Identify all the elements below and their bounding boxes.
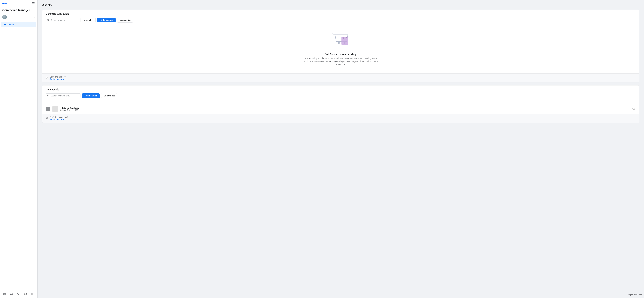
empty-state-title: Sell from a customized shop bbox=[325, 53, 356, 56]
svg-rect-10 bbox=[32, 293, 33, 294]
svg-rect-13 bbox=[33, 294, 34, 295]
catalogs-section: Catalogs i + Add catalog Manage list bbox=[42, 85, 639, 104]
empty-state-description: To start selling your items on Facebook … bbox=[303, 57, 378, 66]
catalog-info: - Catalog_Products Catalog ID: 2••••••••… bbox=[60, 107, 630, 111]
hamburger-button[interactable] bbox=[31, 2, 35, 5]
svg-point-7 bbox=[18, 293, 19, 295]
svg-point-5 bbox=[4, 24, 4, 25]
commerce-accounts-section: Commerce Accounts i View all Active Inac… bbox=[42, 10, 639, 73]
svg-text:Meta: Meta bbox=[2, 2, 6, 4]
search-button[interactable] bbox=[16, 292, 21, 296]
sidebar-footer bbox=[0, 290, 38, 298]
svg-rect-11 bbox=[33, 293, 34, 294]
table-view-button[interactable] bbox=[30, 292, 35, 296]
svg-rect-12 bbox=[32, 294, 33, 295]
empty-state: Sell from a customized shop To start sel… bbox=[46, 25, 636, 71]
chevron-down-icon: ▾ bbox=[34, 16, 35, 18]
search-icon bbox=[47, 95, 49, 97]
catalog-name: - Catalog_Products bbox=[60, 107, 630, 109]
catalogs-hint-content: Can't find a catalog? Switch account bbox=[50, 116, 68, 121]
add-account-button[interactable]: + Add account bbox=[97, 18, 116, 22]
commerce-accounts-title: Commerce Accounts i bbox=[46, 13, 636, 15]
catalogs-toolbar: + Add catalog Manage list bbox=[46, 93, 636, 98]
hint-content: Can't find a shop? Switch account bbox=[50, 76, 66, 80]
bell-icon bbox=[10, 293, 13, 296]
sidebar: Meta Commerce Manager •••••• ▾ bbox=[0, 0, 38, 298]
switch-account-link[interactable]: Switch account bbox=[50, 78, 66, 80]
manage-list-button[interactable]: Manage list bbox=[117, 18, 133, 22]
commerce-accounts-search-input[interactable] bbox=[46, 18, 80, 22]
svg-point-9 bbox=[25, 295, 26, 295]
svg-rect-17 bbox=[342, 37, 348, 45]
settings-icon bbox=[3, 293, 6, 296]
catalogs-title: Catalogs i bbox=[46, 88, 636, 91]
commerce-accounts-info-icon[interactable]: i bbox=[70, 13, 72, 15]
catalogs-search-wrap bbox=[46, 93, 80, 98]
catalogs-manage-list-button[interactable]: Manage list bbox=[101, 93, 117, 98]
sidebar-nav: Assets bbox=[0, 20, 38, 290]
catalogs-hint-text: Can't find a catalog? bbox=[50, 116, 68, 118]
meta-logo-icon: Meta bbox=[2, 2, 8, 5]
help-icon bbox=[24, 293, 27, 296]
account-name: •••••• bbox=[8, 16, 33, 18]
svg-point-4 bbox=[4, 24, 4, 24]
add-catalog-button[interactable]: + Add catalog bbox=[82, 93, 100, 98]
sidebar-item-assets[interactable]: Assets bbox=[1, 22, 36, 27]
view-filter-wrap: View all Active Inactive ▾ bbox=[82, 18, 96, 22]
help-button[interactable] bbox=[23, 292, 28, 296]
view-filter-select[interactable]: View all Active Inactive bbox=[82, 18, 96, 22]
footer-icons bbox=[2, 292, 28, 296]
catalogs-info-icon[interactable]: i bbox=[56, 88, 59, 91]
catalog-id: Catalog ID: 2••••••••399 bbox=[60, 109, 630, 111]
catalogs-card: Catalogs i + Add catalog Manage list bbox=[42, 85, 640, 123]
assets-icon bbox=[4, 23, 6, 26]
catalog-list-item[interactable]: - Catalog_Products Catalog ID: 2••••••••… bbox=[42, 104, 639, 114]
sidebar-logo: Meta bbox=[2, 2, 8, 5]
notifications-button[interactable] bbox=[9, 292, 14, 296]
catalogs-search-input[interactable] bbox=[46, 93, 80, 98]
catalog-thumbnail bbox=[52, 106, 58, 112]
shopping-cart-illustration bbox=[328, 30, 354, 50]
svg-point-6 bbox=[4, 25, 4, 25]
catalogs-switch-account-link[interactable]: Switch account bbox=[50, 118, 68, 121]
main-content: Assets Commerce Accounts i View all bbox=[38, 0, 644, 298]
hint-text: Can't find a shop? bbox=[50, 76, 66, 78]
table-icon bbox=[31, 293, 34, 296]
favorite-star-button[interactable] bbox=[632, 107, 636, 111]
commerce-accounts-search-wrap bbox=[46, 18, 80, 22]
search-icon bbox=[17, 293, 20, 296]
commerce-accounts-toolbar: View all Active Inactive ▾ + Add account… bbox=[46, 18, 636, 22]
catalogs-hint: Can't find a catalog? Switch account bbox=[42, 114, 639, 123]
account-selector[interactable]: •••••• ▾ bbox=[0, 13, 38, 20]
commerce-accounts-card: Commerce Accounts i View all Active Inac… bbox=[42, 10, 640, 82]
svg-point-15 bbox=[338, 42, 340, 44]
assets-nav-label: Assets bbox=[8, 23, 14, 26]
sidebar-header: Meta bbox=[0, 0, 38, 7]
lightbulb-icon bbox=[46, 76, 48, 79]
star-icon bbox=[632, 107, 635, 110]
report-problem-link[interactable]: Report a Problem bbox=[628, 294, 642, 296]
avatar bbox=[2, 15, 7, 19]
search-icon bbox=[47, 19, 49, 21]
settings-button[interactable] bbox=[2, 292, 7, 296]
commerce-accounts-hint: Can't find a shop? Switch account bbox=[42, 73, 639, 82]
catalog-grid-icon bbox=[46, 107, 50, 111]
app-title: Commerce Manager bbox=[0, 7, 38, 13]
page-title: Assets bbox=[42, 3, 640, 7]
catalogs-lightbulb-icon bbox=[46, 117, 48, 120]
